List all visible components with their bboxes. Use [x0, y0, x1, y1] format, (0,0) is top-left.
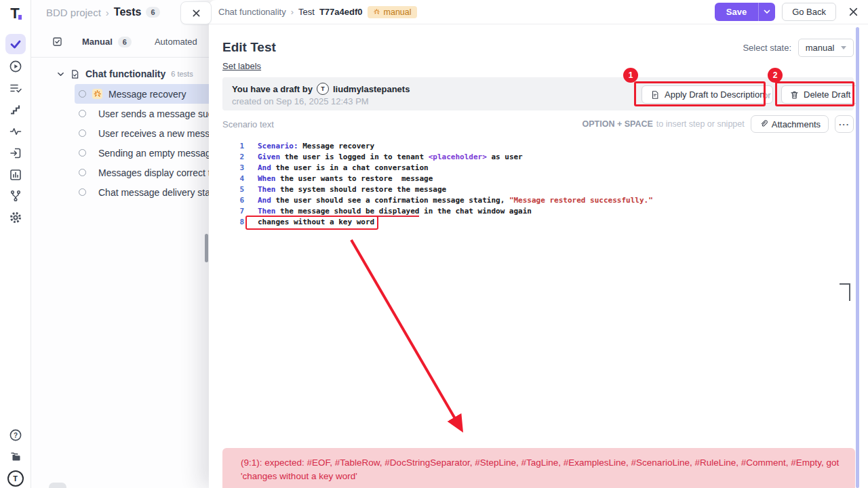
editor-scrollbar-corner[interactable]	[840, 283, 850, 301]
test-list-item[interactable]: Chat message delivery stat	[75, 182, 209, 202]
line-content: Given the user is logged in to tenant <p…	[258, 152, 523, 163]
left-icon-rail: T ? T	[0, 0, 31, 488]
nav-activity-icon[interactable]	[5, 121, 26, 142]
projects-button[interactable]	[5, 447, 26, 467]
close-icon	[848, 7, 859, 17]
nav-runs-icon[interactable]	[5, 56, 26, 77]
test-title: Messages display correct ti	[98, 167, 209, 178]
scenario-toolbar: Scenario text OPTION + SPACE to insert s…	[222, 115, 854, 133]
shortcut-hint-text: to insert step or snippet	[656, 119, 745, 129]
close-editor-button[interactable]	[848, 7, 859, 17]
set-labels-link[interactable]: Set labels	[222, 61, 261, 71]
code-token: the user is in a chat conversation	[271, 163, 429, 172]
code-line[interactable]: 3 And the user is in a chat conversation	[209, 163, 856, 174]
test-list-item[interactable]: User sends a message succ	[75, 104, 209, 123]
close-icon	[192, 9, 201, 18]
line-content: When the user wants to restore message	[258, 174, 433, 184]
line-content: Scenario: Message recovery	[258, 141, 374, 152]
line-content: Then the system should restore the messa…	[258, 184, 446, 195]
code-token: the system should restore the message	[276, 185, 447, 194]
code-line[interactable]: 4 When the user wants to restore message	[209, 174, 856, 184]
nav-settings-icon[interactable]	[5, 207, 26, 228]
test-plans-list-icon	[9, 81, 22, 95]
panel-scrollbar-thumb[interactable]	[856, 27, 859, 488]
nav-steps-icon[interactable]	[5, 100, 26, 120]
code-line[interactable]: 2 Given the user is logged in to tenant …	[209, 152, 856, 163]
breadcrumb-separator: ›	[291, 7, 294, 17]
nav-import-icon[interactable]	[5, 143, 26, 163]
gherkin-editor[interactable]: 1 Scenario: Message recovery 2 Given the…	[209, 134, 856, 446]
code-line[interactable]: 5 Then the system should restore the mes…	[209, 184, 856, 195]
test-status-circle-icon	[79, 110, 86, 117]
test-list: Message recovery User sends a message su…	[31, 84, 209, 202]
code-token: Scenario:	[258, 142, 298, 150]
breadcrumb-section[interactable]: Tests	[114, 6, 142, 18]
draft-created-date: created on Sep 16, 2025 12:43 PM	[232, 96, 369, 106]
line-number: 2	[209, 152, 244, 163]
help-button[interactable]: ?	[5, 425, 26, 445]
test-title: Sending an empty message	[98, 148, 209, 159]
code-token: the user is logged in to tenant	[280, 152, 429, 161]
test-status-circle-icon	[79, 90, 86, 98]
test-list-item[interactable]: Message recovery	[75, 84, 209, 104]
tab-manual-count: 6	[118, 37, 132, 47]
save-button[interactable]: Save	[715, 3, 758, 21]
gherkin-error-banner: (9:1): expected: #EOF, #TableRow, #DocSt…	[222, 448, 855, 488]
test-title: User sends a message succ	[98, 108, 209, 119]
line-number: 7	[209, 206, 244, 217]
go-back-button[interactable]: Go Back	[782, 3, 836, 21]
select-state-label: Select state:	[743, 43, 791, 53]
breadcrumb-project[interactable]: BDD project	[46, 7, 101, 18]
draft-line1: You have a draft by T liudmylastepanets	[232, 83, 410, 95]
panel-resize-handle[interactable]	[49, 483, 66, 488]
attachments-button[interactable]: Attachments	[751, 115, 829, 133]
nav-tests-icon[interactable]	[5, 34, 26, 54]
author-avatar: T	[317, 83, 329, 95]
nav-analytics-icon[interactable]	[5, 165, 26, 185]
app-logo[interactable]: T	[6, 5, 24, 22]
apply-draft-button[interactable]: Apply Draft to Description	[642, 85, 773, 104]
nav-branches-icon[interactable]	[5, 186, 26, 206]
more-options-button[interactable]: ···	[835, 115, 854, 133]
trash-icon	[790, 90, 799, 100]
tab-automated[interactable]: Automated	[155, 37, 197, 47]
chevron-down-icon[interactable]	[57, 70, 64, 78]
code-line[interactable]: 7 Then the message should be displayed i…	[209, 206, 856, 217]
list-scrollbar-thumb[interactable]	[205, 234, 208, 262]
nav-plans-icon[interactable]	[5, 78, 26, 98]
clipboard-check-icon[interactable]	[52, 36, 63, 47]
test-list-item[interactable]: User receives a new messa	[75, 123, 209, 143]
user-menu-button[interactable]: T	[5, 468, 26, 488]
tests-check-icon	[9, 37, 22, 51]
panel-breadcrumb: Chat functionality › Test T77a4edf0 manu…	[218, 6, 417, 18]
tab-manual[interactable]: Manual	[82, 37, 113, 47]
runs-play-icon	[9, 60, 22, 73]
select-state-row: Select state: manual	[743, 39, 854, 57]
suite-row[interactable]: Chat functionality 6 tests	[57, 68, 193, 79]
save-dropdown-button[interactable]	[758, 3, 775, 21]
close-panel-tab[interactable]	[180, 1, 212, 24]
select-caret-icon	[841, 46, 846, 49]
code-line[interactable]: 8 changes without a key word	[209, 217, 856, 228]
test-list-item[interactable]: Sending an empty message	[75, 143, 209, 163]
breadcrumb-suite[interactable]: Chat functionality	[218, 7, 286, 17]
code-token: Message recovery	[298, 142, 375, 150]
tests-list-panel: BDD project › Tests 6 Manual 6 Automated…	[31, 0, 209, 488]
draft-banner: You have a draft by T liudmylastepanets …	[222, 77, 854, 110]
code-token: the user should see a confirmation messa…	[271, 196, 509, 205]
breadcrumb-separator: ›	[106, 7, 109, 18]
code-line[interactable]: 6 And the user should see a confirmation…	[209, 195, 856, 206]
state-select[interactable]: manual	[798, 39, 854, 57]
code-line[interactable]: 1 Scenario: Message recovery	[209, 141, 856, 152]
error-message-line1: (9:1): expected: #EOF, #TableRow, #DocSt…	[241, 456, 846, 470]
test-list-item[interactable]: Messages display correct ti	[75, 163, 209, 182]
line-number: 8	[209, 217, 244, 228]
steps-stairs-icon	[9, 103, 22, 117]
code-token: Then	[258, 185, 276, 194]
header-actions: Save Go Back	[715, 3, 859, 21]
line-content: And the user is in a chat conversation	[258, 163, 429, 174]
delete-draft-button[interactable]: Delete Draft	[781, 85, 859, 104]
suite-file-icon	[70, 69, 80, 79]
scenario-toolbar-right: OPTION + SPACE to insert step or snippet…	[582, 115, 854, 133]
panel-header: Chat functionality › Test T77a4edf0 manu…	[209, 0, 868, 24]
